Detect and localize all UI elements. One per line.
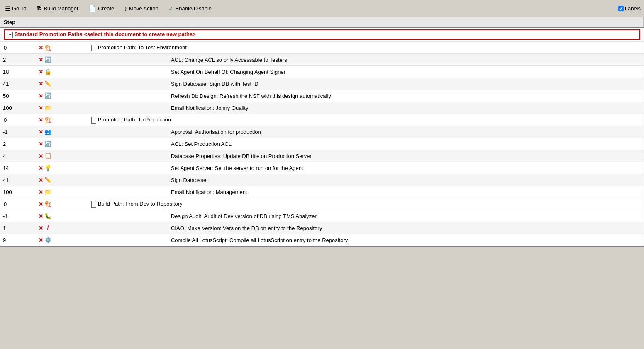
delete-icon[interactable]: ✕ — [39, 177, 43, 183]
icons-cell: ✕⚙️ — [35, 234, 88, 246]
table-row: -1✕👥Approval: Authorisation for producti… — [0, 126, 644, 138]
table-row: 0✕🏗️−Promotion Path: To Test Environment — [0, 42, 644, 54]
delete-icon[interactable]: ✕ — [39, 117, 43, 123]
delete-icon[interactable]: ✕ — [39, 57, 43, 63]
sign-icon: ✏️ — [44, 176, 51, 184]
delete-icon[interactable]: ✕ — [39, 93, 43, 99]
item-label: Database Properties: Update DB title on … — [171, 153, 312, 159]
compile-icon: ⚙️ — [44, 236, 51, 244]
acl-icon: 🔄 — [44, 56, 51, 63]
table-header-row: Step — [0, 17, 644, 27]
step-cell: 50 — [0, 90, 35, 102]
table-row: 2✕🔄ACL: Set Production ACL — [0, 138, 644, 150]
icons-cell: ✕🏗️ — [35, 198, 88, 210]
create-button[interactable]: 📄 Create — [87, 5, 116, 12]
delete-icon[interactable]: ✕ — [39, 225, 43, 231]
item-label: Compile All LotusScript: Compile all Lot… — [171, 237, 348, 243]
group-collapse-icon[interactable]: − — [8, 32, 13, 38]
table-row: 41✕✏️Sign Database: Sign DB with Test ID — [0, 78, 644, 90]
enable-disable-button[interactable]: ✓ Enable/Disable — [167, 5, 213, 12]
delete-icon[interactable]: ✕ — [39, 213, 43, 219]
move-action-button[interactable]: ↕ Move Action — [122, 5, 160, 12]
label-cell: CIAO! Make Version: Version the DB on en… — [88, 222, 644, 234]
build-manager-label: Build Manager — [44, 5, 78, 12]
labels-label: Labels — [625, 5, 641, 12]
delete-icon[interactable]: ✕ — [39, 69, 43, 75]
item-label: Refresh Db Design: Refresh the NSF with … — [171, 93, 331, 99]
item-label: CIAO! Make Version: Version the DB on en… — [171, 225, 322, 231]
table-row: 9✕⚙️Compile All LotusScript: Compile all… — [0, 234, 644, 246]
label-cell: −Build Path: From Dev to Repository — [88, 198, 644, 210]
label-cell: −Promotion Path: To Test Environment — [88, 42, 644, 54]
group-header-content[interactable]: −Standard Promotion Paths <select this d… — [4, 29, 640, 40]
step-cell: 100 — [0, 186, 35, 198]
step-cell: 18 — [0, 66, 35, 78]
icons-cell: ✕✏️ — [35, 78, 88, 90]
path-collapse-icon[interactable]: − — [91, 45, 96, 51]
goto-button[interactable]: ☰ Go To — [3, 5, 28, 12]
table-row: 2✕🔄ACL: Change ACL so only Accessable to… — [0, 54, 644, 66]
label-cell: ACL: Set Production ACL — [88, 138, 644, 150]
delete-icon[interactable]: ✕ — [39, 45, 43, 51]
move-action-icon: ↕ — [124, 5, 127, 12]
label-cell: Email Notification: Jonny Quality — [88, 102, 644, 114]
email-icon: 📁 — [44, 188, 51, 196]
path-collapse-icon[interactable]: − — [91, 201, 96, 208]
icons-cell: ✕🔄 — [35, 54, 88, 66]
delete-icon[interactable]: ✕ — [39, 165, 43, 171]
step-column-header: Step — [0, 17, 644, 27]
path-label: Promotion Path: To Test Environment — [98, 44, 187, 51]
path-icon: 🏗️ — [44, 200, 51, 208]
goto-label: Go To — [12, 5, 26, 12]
label-cell: Database Properties: Update DB title on … — [88, 150, 644, 162]
icons-cell: ✕📁 — [35, 102, 88, 114]
path-icon: 🏗️ — [44, 44, 51, 51]
step-cell: 41 — [0, 78, 35, 90]
step-cell: 0 — [0, 198, 35, 210]
table-row: 18✕🔒Set Agent On Behalf Of: Changing Age… — [0, 66, 644, 78]
move-action-label: Move Action — [129, 5, 159, 12]
create-icon: 📄 — [88, 5, 96, 12]
item-label: Approval: Authorisation for production — [171, 129, 261, 135]
delete-icon[interactable]: ✕ — [39, 129, 43, 135]
group-header-row: −Standard Promotion Paths <select this d… — [0, 27, 644, 42]
step-cell: 0 — [0, 114, 35, 126]
audit-icon: 🐛 — [44, 212, 51, 220]
delete-icon[interactable]: ✕ — [39, 189, 43, 195]
item-label: Sign Database: — [171, 177, 208, 183]
dbprop-icon: 📋 — [44, 152, 51, 160]
icons-cell: ✕📋 — [35, 150, 88, 162]
icons-cell: ✕🔒 — [35, 66, 88, 78]
enable-disable-label: Enable/Disable — [176, 5, 212, 12]
delete-icon[interactable]: ✕ — [39, 153, 43, 159]
step-cell: 9 — [0, 234, 35, 246]
item-label: ACL: Set Production ACL — [171, 141, 232, 147]
label-cell: Set Agent Server: Set the server to run … — [88, 162, 644, 174]
build-manager-button[interactable]: 🛠 Build Manager — [34, 5, 80, 12]
path-label: Build Path: From Dev to Repository — [98, 201, 183, 207]
icons-cell: ✕🏗️ — [35, 114, 88, 126]
table-row: 50✕🔄Refresh Db Design: Refresh the NSF w… — [0, 90, 644, 102]
labels-checkbox[interactable] — [618, 6, 624, 11]
icons-cell: ✕💡 — [35, 162, 88, 174]
refresh-icon: 🔄 — [44, 92, 51, 99]
item-label: Sign Database: Sign DB with Test ID — [171, 81, 259, 87]
delete-icon[interactable]: ✕ — [39, 81, 43, 87]
icons-cell: ✕👥 — [35, 126, 88, 138]
step-cell: 1 — [0, 222, 35, 234]
icons-cell: ✕🔄 — [35, 138, 88, 150]
step-cell: 2 — [0, 54, 35, 66]
icons-cell: ✕/ — [35, 222, 88, 234]
table-row: 14✕💡Set Agent Server: Set the server to … — [0, 162, 644, 174]
delete-icon[interactable]: ✕ — [39, 201, 43, 207]
approval-icon: 👥 — [44, 128, 51, 136]
path-label: Promotion Path: To Production — [98, 116, 171, 123]
step-cell: -1 — [0, 210, 35, 222]
label-cell: Sign Database: — [88, 174, 644, 186]
delete-icon[interactable]: ✕ — [39, 105, 43, 111]
delete-icon[interactable]: ✕ — [39, 238, 43, 243]
path-collapse-icon[interactable]: − — [91, 117, 96, 124]
sign-icon: ✏️ — [44, 80, 51, 87]
delete-icon[interactable]: ✕ — [39, 141, 43, 147]
icons-cell: ✕🏗️ — [35, 42, 88, 54]
